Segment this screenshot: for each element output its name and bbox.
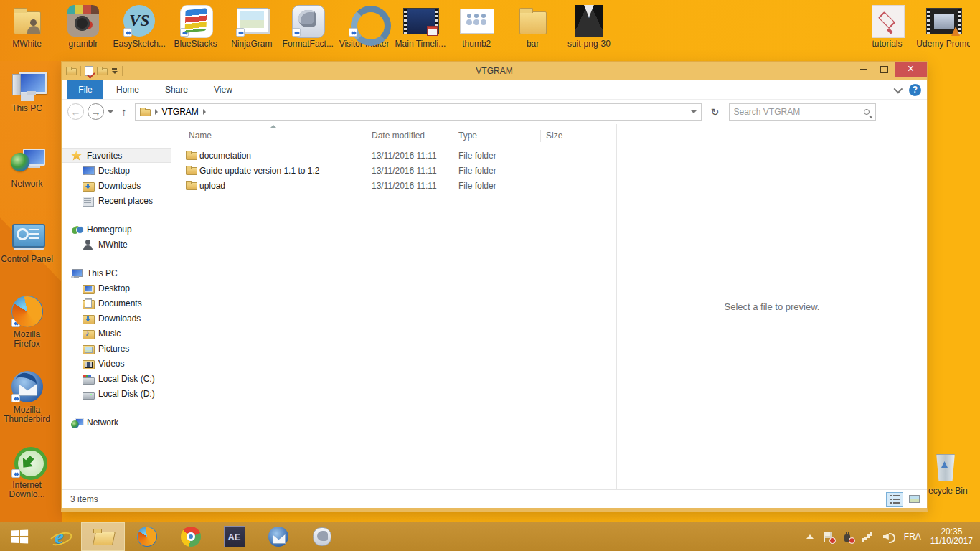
column-separator[interactable] (453, 130, 453, 142)
nav-section-header[interactable]: Homegroup (62, 222, 171, 237)
desktop-icon[interactable]: Main Timeli... (393, 4, 447, 49)
taskbar-button[interactable]: AE (212, 522, 256, 551)
taskbar-button[interactable] (81, 522, 125, 551)
search-icon[interactable] (864, 109, 870, 115)
desktop-icon[interactable]: thumb2 (450, 4, 504, 49)
taskbar-button[interactable] (125, 522, 169, 551)
desktop-icon[interactable]: Mozilla Firefox (0, 294, 54, 369)
taskbar-button[interactable] (300, 522, 344, 551)
expand-ribbon-chevron-icon[interactable] (894, 84, 903, 93)
power-plug-icon[interactable] (842, 532, 852, 542)
nav-section-header[interactable]: Favorites (62, 148, 171, 163)
nav-item[interactable]: Pictures (62, 341, 171, 356)
column-header[interactable]: Date modified (372, 131, 425, 141)
start-button[interactable] (0, 522, 37, 551)
column-separator[interactable] (598, 130, 598, 142)
action-center-flag-icon[interactable] (823, 532, 833, 542)
desktop-icon[interactable]: BlueStacks (169, 4, 222, 49)
help-icon[interactable] (909, 84, 921, 96)
title-bar[interactable]: VTGRAM (62, 62, 927, 80)
column-separator[interactable] (367, 130, 367, 142)
nav-item[interactable]: Local Disk (D:) (62, 386, 171, 401)
desktop-icon[interactable]: Internet Downlo... (0, 445, 54, 520)
nav-section-header[interactable]: This PC (62, 265, 171, 281)
nav-item[interactable]: Videos (62, 356, 171, 371)
nav-item[interactable]: Desktop (62, 163, 171, 178)
nav-section-header[interactable]: Network (62, 415, 171, 430)
column-header[interactable]: Size (546, 131, 562, 141)
nav-item-label: Downloads (98, 314, 141, 324)
nav-item-icon (82, 283, 95, 294)
volume-icon[interactable] (883, 532, 895, 542)
up-button[interactable]: ↑ (117, 105, 131, 118)
table-row[interactable]: Guide update version 1.1 to 1.2 13/11/20… (171, 164, 616, 179)
desktop-icon[interactable]: Network (0, 143, 54, 219)
taskbar-app-icon (136, 526, 158, 547)
desktop-icon[interactable]: FormatFact... (281, 4, 335, 49)
minimize-button[interactable] (853, 62, 874, 77)
column-header[interactable]: Type (458, 131, 477, 141)
icon-glyph (402, 4, 438, 38)
nav-item[interactable]: Local Disk (C:) (62, 371, 171, 386)
clock[interactable]: 20:35 11/10/2017 (930, 527, 973, 546)
nav-item[interactable]: Desktop (62, 281, 171, 296)
table-row[interactable]: documetation 13/11/2016 11:11 File folde… (171, 149, 616, 164)
file-type: File folder (458, 181, 496, 191)
desktop-icon[interactable]: suit-png-30 (562, 4, 616, 49)
ribbon-tab[interactable]: View (201, 80, 245, 99)
desktop-icon[interactable]: bar (506, 4, 560, 49)
recent-locations-dropdown[interactable] (108, 110, 113, 113)
hidden-icons-chevron[interactable] (806, 534, 814, 539)
nav-item[interactable]: Documents (62, 296, 171, 311)
thumbnail-view-button[interactable] (905, 492, 923, 507)
details-view-icon (890, 495, 900, 504)
forward-button[interactable]: → (88, 103, 104, 120)
language-indicator[interactable]: FRA (904, 532, 921, 542)
desktop-icon[interactable]: Visitor Maker (337, 4, 391, 49)
desktop-icon[interactable]: Mozilla Thunderbird (0, 369, 54, 445)
desktop-icon[interactable]: gramblr (56, 4, 110, 49)
desktop-icon-label: FormatFact... (281, 39, 335, 49)
nav-item[interactable]: Recent places (62, 193, 171, 208)
ribbon-tabs: Home Share View (103, 80, 245, 99)
desktop-icon-label: Mozilla Firefox (0, 330, 54, 349)
nav-item[interactable]: Downloads (62, 178, 171, 193)
nav-item[interactable]: Downloads (62, 311, 171, 326)
desktop-icon-image (9, 219, 45, 253)
nav-section: Network (62, 415, 171, 430)
network-signal-icon[interactable] (862, 532, 874, 542)
view-toggle-buttons (886, 492, 923, 507)
shortcut-arrow-icon (180, 28, 189, 37)
desktop-icon[interactable]: Control Panel (0, 219, 54, 294)
desktop-icon-label: tutorials (860, 39, 914, 49)
address-dropdown[interactable] (691, 110, 697, 113)
taskbar-button[interactable] (256, 522, 300, 551)
desktop-icon[interactable]: MWhite (0, 4, 54, 49)
desktop-icon[interactable]: NinjaGram (225, 4, 278, 49)
maximize-button[interactable] (874, 62, 895, 77)
refresh-button[interactable]: ↻ (705, 103, 725, 121)
ribbon-tab[interactable]: Share (152, 80, 201, 99)
ribbon-tab[interactable]: Home (103, 80, 152, 99)
taskbar-button[interactable]: e (37, 522, 81, 551)
taskbar-button[interactable] (169, 522, 212, 551)
address-box[interactable]: VTGRAM (135, 103, 702, 121)
desktop-icon[interactable]: tutorials (860, 4, 914, 49)
search-input[interactable] (730, 107, 855, 117)
nav-item[interactable]: MWhite (62, 237, 171, 252)
explorer-window: VTGRAM File Home Share View ← → ↑ (61, 61, 928, 512)
tab-file[interactable]: File (67, 80, 103, 99)
desktop-icon[interactable]: This PC (0, 68, 54, 143)
details-view-button[interactable] (886, 492, 903, 507)
desktop-icon-image (9, 369, 45, 404)
nav-item[interactable]: Music (62, 326, 171, 341)
desktop-icon[interactable]: Udemy Promo (916, 4, 970, 49)
column-header[interactable]: Name (189, 131, 212, 141)
close-button[interactable] (895, 62, 927, 77)
desktop-icon[interactable]: VS EasySketch... (113, 4, 166, 49)
icon-glyph (925, 4, 961, 38)
breadcrumb[interactable]: VTGRAM (162, 107, 199, 117)
column-separator[interactable] (540, 130, 541, 142)
table-row[interactable]: upload 13/11/2016 11:11 File folder (171, 179, 616, 194)
back-button[interactable]: ← (67, 103, 84, 120)
